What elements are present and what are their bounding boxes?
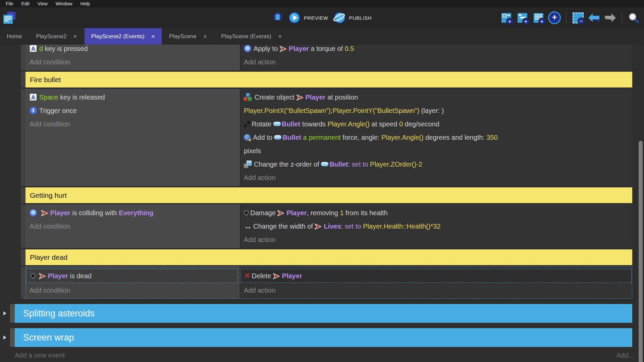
add-condition-button[interactable]: Add condition [25,284,240,297]
add-action-button[interactable]: Add action [240,284,632,297]
text-segment: from its health [344,209,388,217]
action[interactable]: Add to Bullet a permanent force, angle: … [240,131,632,144]
toolbar-center: PREVIEW PUBLISH [272,12,372,24]
add-new-event-button[interactable]: Add a new event [15,352,65,359]
conditions-column: Ad key is pressedAdd condition [25,45,240,70]
player-object-icon [277,206,284,220]
action[interactable]: ⤢Rotate Bullet towards Player.Angle() at… [240,117,632,131]
player-object-icon [280,45,286,55]
action[interactable]: Player.PointX("BulletSpawn");Player.Poin… [240,104,632,117]
text-segment: (layer: ) [419,107,444,114]
row-drag-handle[interactable] [21,266,25,299]
comment-body[interactable]: Getting hurt [25,187,632,203]
add-event-button[interactable]: + [500,11,513,24]
text-segment: key is pressed [43,45,88,52]
text-segment: set to [352,161,370,168]
player-object-icon [39,269,46,283]
comment-body[interactable]: Player dead [25,249,632,265]
add-subevent-button[interactable]: + [516,11,529,24]
action[interactable]: Apply to Player a torque of 0.5 [240,45,632,55]
row-drag-handle[interactable] [21,249,25,265]
condition[interactable]: 1Trigger once [25,104,240,117]
condition[interactable]: ASpace key is released [25,90,240,104]
add-comment-icon: + [538,18,546,25]
add-condition-button[interactable]: Add condition [25,220,240,233]
row-drag-handle[interactable] [21,72,25,87]
preview-button[interactable]: PREVIEW [288,12,328,24]
add-new-button[interactable]: + [548,11,561,24]
debug-icon[interactable] [272,12,283,23]
row-drag-handle[interactable] [10,328,15,347]
row-drag-handle[interactable] [21,187,25,203]
text-segment: a permanent [303,134,341,141]
vertical-scrollbar[interactable] [639,141,643,362]
action[interactable]: pixels [240,144,632,158]
add-button[interactable]: Add... [616,352,634,359]
condition[interactable]: ♥ Player is dead [26,269,238,283]
text-segment: Player [286,209,307,217]
add-condition-button[interactable]: Add condition [25,117,240,131]
group-title: Screen wrap [23,333,74,343]
text-segment: 0 [399,120,403,128]
comment-body[interactable]: Fire bullet [25,72,632,87]
close-icon[interactable]: ✕ [151,34,155,39]
project-manager-icon[interactable] [3,12,16,24]
row-drag-handle[interactable] [21,204,25,248]
add-subevent-icon: + [518,13,527,23]
comment-text: Player dead [30,253,67,261]
expand-arrow-icon[interactable] [3,336,6,340]
expand-arrow-icon[interactable] [3,311,6,315]
row-drag-handle[interactable] [21,89,25,186]
text-segment: Player.Health::Health()*32 [363,223,440,230]
undo-icon [588,13,600,23]
action[interactable]: Create object Player at position [240,90,632,104]
condition[interactable]: Player is colliding with Everything [25,206,240,220]
add-action-button[interactable]: Add action [240,233,632,246]
tab-playscene-events[interactable]: PlayScene (Events)✕ [214,28,288,45]
tab-label: PlayScene2 [36,33,66,40]
health-icon: ♥ [244,206,249,220]
group-body[interactable]: Splitting asteroids [15,304,632,323]
menu-item-view[interactable]: View [35,1,50,6]
delete-selection-button[interactable]: − [572,11,584,24]
close-icon[interactable]: ✕ [278,34,282,39]
keyboard-key-icon: A [30,45,37,52]
condition[interactable]: Ad key is pressed [25,45,240,55]
row-drag-handle[interactable] [21,45,25,70]
search-button[interactable] [627,11,640,24]
close-icon[interactable]: ✕ [73,34,77,39]
menu-item-help[interactable]: Help [78,1,93,6]
text-segment: , removing [307,209,340,217]
action[interactable]: ↔Change the width of Lives: set to Playe… [240,220,632,233]
text-segment: deg/second [403,120,439,128]
menu-item-edit[interactable]: Edit [19,1,32,6]
redo-icon [605,13,616,22]
menu-item-file[interactable]: File [3,1,16,6]
redo-button[interactable] [604,11,616,24]
tab-playscene2-events[interactable]: PlayScene2 (Events)✕ [85,28,162,45]
tab-home[interactable]: Home [0,28,29,45]
publish-button[interactable]: PUBLISH [333,12,372,24]
menu-item-window[interactable]: Window [53,1,75,6]
undo-button[interactable] [588,11,600,24]
action[interactable]: ✕Delete Player [240,269,632,283]
text-segment: towards [300,120,327,128]
add-action-button[interactable]: Add action [240,55,632,69]
text-segment: Player [282,272,302,280]
group-body[interactable]: Screen wrap [15,328,632,347]
tab-playscene2[interactable]: PlayScene2✕ [29,28,84,45]
text-segment: Delete [252,272,273,280]
action[interactable]: Change the z-order of Bullet: set to Pla… [240,158,632,171]
row-drag-handle[interactable] [10,304,15,323]
add-subevent-icon: + [522,18,530,25]
undo-icon [595,19,599,22]
tab-playscene[interactable]: PlayScene✕ [162,28,214,45]
add-condition-button[interactable]: Add condition [25,55,240,69]
close-icon[interactable]: ✕ [203,34,207,39]
add-action-button[interactable]: Add action [240,171,632,184]
group-title: Splitting asteroids [23,308,95,319]
add-comment-button[interactable]: + [532,11,545,24]
text-segment: is dead [68,272,92,280]
action[interactable]: ♥Damage Player, removing 1 from its heal… [240,206,632,220]
text-segment: : [341,223,345,230]
